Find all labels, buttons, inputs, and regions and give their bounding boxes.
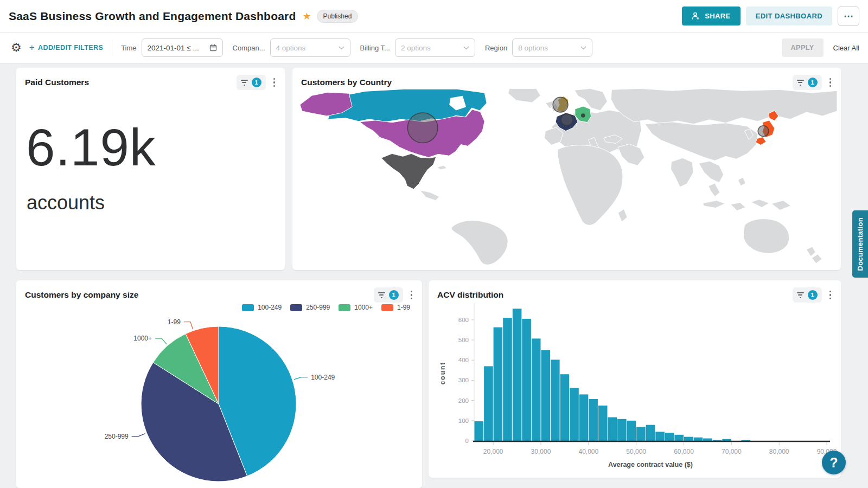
map-landmass xyxy=(618,209,627,222)
map-bubble-germany xyxy=(582,114,585,117)
chevron-down-icon xyxy=(339,46,344,50)
widget-title: Customers by Country xyxy=(301,78,392,87)
filter-group-company: Compan... 4 options xyxy=(233,38,350,57)
widget-filter-chip[interactable]: 1 xyxy=(374,287,403,303)
map-landmass xyxy=(508,88,541,102)
page-title: SaaS Business Growth and Engagement Dash… xyxy=(9,10,296,23)
pie-callout-line xyxy=(184,322,193,329)
histogram-bar xyxy=(627,421,636,441)
widget-customers-by-company-size: Customers by company size 1 100-249250-9… xyxy=(16,280,422,488)
dashboard-canvas: Paid Customers 1 6.19k accounts Customer… xyxy=(0,63,868,488)
clear-all-button[interactable]: Clear All xyxy=(833,44,859,52)
histogram-bar xyxy=(532,338,541,441)
plus-icon: + xyxy=(29,42,35,53)
x-tick-label: 40,000 xyxy=(578,448,598,455)
histogram-bar xyxy=(741,440,750,441)
add-edit-filters-label: ADD/EDIT FILTERS xyxy=(38,44,103,52)
histogram-bar xyxy=(503,318,512,441)
histogram-bar xyxy=(522,319,531,441)
histogram-bar xyxy=(655,432,665,441)
histogram-bar xyxy=(513,309,522,441)
filter-icon xyxy=(241,80,248,86)
calendar-icon xyxy=(209,44,217,52)
favorite-star-icon[interactable]: ★ xyxy=(302,10,311,22)
documentation-tab[interactable]: Documentation xyxy=(852,210,868,278)
help-button[interactable]: ? xyxy=(822,451,846,474)
map-landmass xyxy=(731,203,746,211)
map-bubble-france xyxy=(561,114,573,126)
histogram-bar xyxy=(665,433,674,441)
status-badge: Published xyxy=(317,10,359,23)
region-filter-value: 8 options xyxy=(518,44,548,52)
pie-callout-line xyxy=(294,377,308,380)
widget-menu-kebab-icon[interactable] xyxy=(409,288,415,302)
widget-title: Paid Customers xyxy=(25,78,89,87)
map-landmass xyxy=(645,122,758,160)
billing-filter-dropdown[interactable]: 2 options xyxy=(395,38,475,57)
billing-filter-label: Billing T... xyxy=(360,44,390,52)
world-map-chart[interactable] xyxy=(295,87,838,267)
documentation-tab-label: Documentation xyxy=(856,217,864,271)
acv-histogram-chart[interactable]: 010020030040050060020,00030,00040,00050,… xyxy=(433,297,837,476)
x-axis-title: Average contract value ($) xyxy=(608,461,693,468)
pie-callout-label: 250-999 xyxy=(105,433,129,440)
map-landmass xyxy=(806,247,815,256)
edit-dashboard-button[interactable]: EDIT DASHBOARD xyxy=(746,7,832,25)
filter-group-region: Region 8 options xyxy=(485,38,592,57)
more-options-button[interactable]: ⋯ xyxy=(838,7,859,26)
y-axis-title: count xyxy=(439,362,446,385)
histogram-bar xyxy=(684,437,693,441)
histogram-bar xyxy=(636,427,646,441)
map-landmass xyxy=(771,201,791,210)
histogram-bar xyxy=(541,350,551,441)
map-landmass xyxy=(451,221,508,265)
map-bubble-united-kingdom xyxy=(553,97,568,112)
map-bubble-japan xyxy=(758,126,769,137)
map-landmass xyxy=(743,219,789,254)
map-landmass xyxy=(699,161,724,183)
gear-icon[interactable]: ⚙ xyxy=(11,41,22,55)
filter-count-badge: 1 xyxy=(808,78,818,87)
top-header: SaaS Business Growth and Engagement Dash… xyxy=(0,0,868,33)
widget-menu-kebab-icon[interactable] xyxy=(271,76,278,89)
histogram-bar xyxy=(608,418,617,441)
map-landmass xyxy=(611,88,837,124)
divider xyxy=(112,40,112,56)
region-filter-dropdown[interactable]: 8 options xyxy=(512,38,592,57)
share-button[interactable]: SHARE xyxy=(682,7,741,25)
company-size-pie-chart[interactable]: 100-249250-9991000+1-99 xyxy=(16,301,422,488)
map-landmass xyxy=(437,165,447,170)
time-filter-dropdown[interactable]: 2021-01-01 ≤ ... xyxy=(142,38,223,57)
billing-filter-value: 2 options xyxy=(401,44,431,52)
y-tick-label: 600 xyxy=(458,317,469,323)
y-tick-label: 100 xyxy=(458,418,469,424)
company-filter-dropdown[interactable]: 4 options xyxy=(270,38,350,57)
histogram-bar xyxy=(589,399,598,441)
x-tick-label: 80,000 xyxy=(769,448,789,455)
histogram-bar xyxy=(646,425,655,441)
widget-title: Customers by company size xyxy=(25,290,138,300)
map-landmass xyxy=(709,183,720,197)
pie-callout-line xyxy=(132,434,145,436)
map-landmass xyxy=(420,190,439,201)
histogram-bar xyxy=(703,439,712,441)
time-filter-value: 2021-01-01 ≤ ... xyxy=(148,44,199,52)
add-edit-filters-button[interactable]: + ADD/EDIT FILTERS xyxy=(29,42,103,53)
histogram-bar xyxy=(551,359,560,441)
histogram-bar xyxy=(617,419,627,441)
widget-customers-by-country: Customers by Country 1 xyxy=(292,68,841,270)
apply-button[interactable]: APPLY xyxy=(782,38,824,57)
x-tick-label: 30,000 xyxy=(531,448,551,455)
widget-filter-chip[interactable]: 1 xyxy=(237,75,266,90)
y-tick-label: 500 xyxy=(458,337,469,343)
filter-count-badge: 1 xyxy=(389,290,399,300)
pie-callout-label: 100-249 xyxy=(311,374,335,381)
histogram-bar xyxy=(694,438,703,441)
share-icon xyxy=(692,12,700,20)
company-filter-value: 4 options xyxy=(276,44,306,52)
histogram-bar xyxy=(713,440,722,441)
filter-icon xyxy=(378,292,385,298)
widget-paid-customers: Paid Customers 1 6.19k accounts xyxy=(16,68,285,270)
chevron-down-icon xyxy=(580,46,586,50)
map-landmass xyxy=(558,145,623,226)
